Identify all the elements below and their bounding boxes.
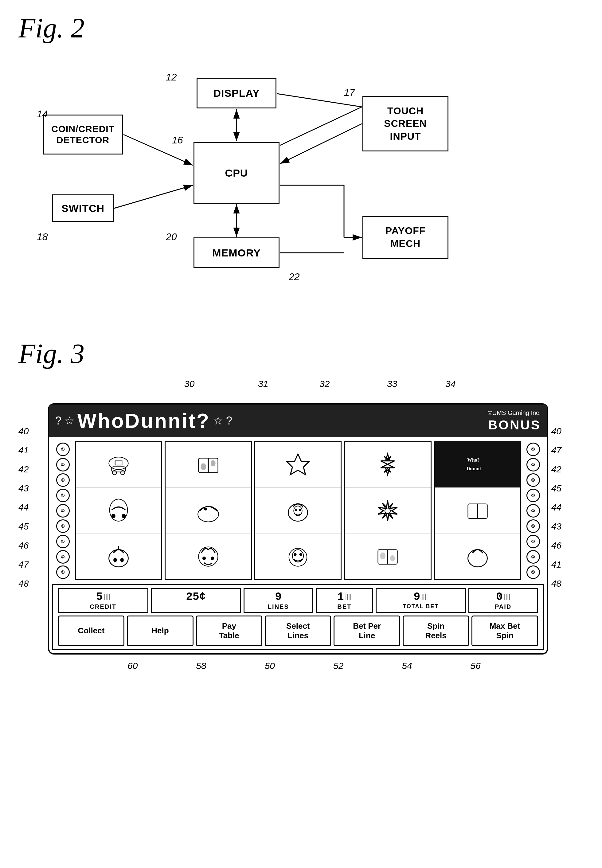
- reel-5-row1: Who?Dunnit: [435, 442, 520, 488]
- svg-point-33: [203, 556, 206, 560]
- right-btn-8[interactable]: ①: [527, 550, 540, 564]
- ref3-45l: 45: [18, 521, 48, 532]
- ref3-54: 54: [402, 661, 412, 671]
- svg-point-34: [211, 556, 214, 560]
- fig3-section: Fig. 3 30 31 32 33 34 40 41 42 43 44 45 …: [18, 338, 584, 671]
- total-bet-value: 9: [413, 591, 420, 603]
- bet-per-line-button[interactable]: Bet PerLine: [333, 616, 400, 646]
- ref-20: 20: [166, 231, 177, 243]
- collect-button[interactable]: Collect: [58, 616, 124, 646]
- right-btn-4[interactable]: ①: [527, 489, 540, 502]
- ref-12: 12: [166, 72, 177, 83]
- reel-5-row3: [435, 534, 520, 579]
- left-btn-4[interactable]: ①: [56, 489, 70, 502]
- slot-machine: ? ☆ WhoDunnit? ☆ ? ©UMS Gaming Inc. BONU…: [48, 403, 548, 654]
- credit-value: 5: [96, 591, 103, 603]
- reel-3-row1: [255, 442, 341, 488]
- spin-reels-button[interactable]: SpinReels: [403, 616, 469, 646]
- reel-1: [75, 441, 162, 580]
- right-btn-5[interactable]: ①: [527, 504, 540, 518]
- reel-2-row2: [166, 488, 251, 534]
- reel-4-row2: [345, 488, 430, 534]
- denom-value: 25¢: [155, 591, 237, 603]
- reels-container: Who?Dunnit: [74, 440, 522, 581]
- ref3-44r: 44: [551, 502, 584, 513]
- fig2-diagram: DISPLAY CPU MEMORY COIN/CREDITDETECTOR S…: [18, 53, 571, 330]
- right-side-buttons: ① ① ① ① ① ① ① ① ①: [522, 440, 544, 581]
- button-row: Collect Help PayTable SelectLines Bet Pe…: [58, 616, 538, 646]
- ref3-52: 52: [333, 661, 343, 671]
- svg-point-47: [390, 555, 395, 561]
- svg-point-15: [112, 470, 117, 475]
- svg-point-22: [113, 558, 117, 563]
- bet-value: 1: [337, 591, 344, 603]
- svg-point-43: [385, 508, 390, 513]
- right-btn-7[interactable]: ①: [527, 535, 540, 548]
- reel-2-row3: [166, 534, 251, 579]
- svg-text:Dunnit: Dunnit: [467, 466, 481, 471]
- lines-label: LINES: [247, 603, 309, 610]
- svg-point-36: [294, 506, 302, 516]
- slot-copyright: ©UMS Gaming Inc.: [488, 409, 541, 416]
- payoff-box: PAYOFFMECH: [362, 216, 448, 259]
- bottom-panel: 5 |||| CREDIT 25¢ 9 LINES: [52, 584, 544, 650]
- memory-box: MEMORY: [194, 237, 280, 268]
- right-btn-6[interactable]: ①: [527, 519, 540, 533]
- svg-point-27: [201, 463, 206, 470]
- ref3-46l: 46: [18, 540, 48, 551]
- ref3-33: 33: [387, 379, 397, 389]
- reel-3-row3: [255, 534, 341, 579]
- denom-display: 25¢: [151, 588, 241, 613]
- paid-value: 0: [496, 591, 503, 603]
- svg-point-37: [295, 509, 297, 511]
- credit-label: CREDIT: [62, 603, 144, 610]
- ref3-43r: 43: [551, 521, 584, 532]
- touch-box: TOUCHSCREENINPUT: [362, 96, 448, 151]
- ref3-45r: 45: [551, 483, 584, 493]
- right-btn-9[interactable]: ①: [527, 565, 540, 579]
- select-lines-button[interactable]: SelectLines: [265, 616, 331, 646]
- left-btn-3[interactable]: ①: [56, 473, 70, 487]
- reel-1-row1: [76, 442, 161, 488]
- right-btn-2[interactable]: ①: [527, 458, 540, 472]
- ref-16: 16: [172, 135, 183, 146]
- left-btn-6[interactable]: ①: [56, 519, 70, 533]
- svg-point-19: [111, 514, 115, 518]
- left-btn-9[interactable]: ①: [56, 565, 70, 579]
- pay-table-button[interactable]: PayTable: [196, 616, 262, 646]
- fig3-title: Fig. 3: [18, 338, 584, 370]
- ref3-47l: 47: [18, 559, 48, 570]
- left-btn-1[interactable]: ①: [56, 442, 70, 456]
- left-btn-8[interactable]: ①: [56, 550, 70, 564]
- reel-1-row3: [76, 534, 161, 579]
- lines-display: 9 LINES: [244, 588, 313, 613]
- svg-text:Who?: Who?: [467, 457, 479, 462]
- ref3-40r: 40: [551, 426, 584, 436]
- total-bet-display: 9 |||| TOTAL BET: [376, 588, 466, 613]
- svg-line-6: [280, 124, 362, 164]
- ref3-60: 60: [127, 661, 138, 671]
- fig2-section: Fig. 2: [18, 12, 584, 335]
- display-box: DISPLAY: [197, 78, 276, 108]
- left-btn-5[interactable]: ①: [56, 504, 70, 518]
- reel-4: [344, 441, 431, 580]
- ref-14: 14: [37, 108, 48, 120]
- cpu-box: CPU: [194, 142, 280, 204]
- svg-point-16: [121, 470, 125, 475]
- right-btn-3[interactable]: ①: [527, 473, 540, 487]
- left-btn-7[interactable]: ①: [56, 535, 70, 548]
- svg-point-42: [299, 553, 302, 556]
- lines-value: 9: [247, 591, 309, 603]
- left-btn-2[interactable]: ①: [56, 458, 70, 472]
- ref3-43l: 43: [18, 483, 48, 493]
- slot-banner: ? ☆ WhoDunnit? ☆ ? ©UMS Gaming Inc. BONU…: [49, 404, 547, 437]
- reel-4-row1: [345, 442, 430, 488]
- reel-3-row2: [255, 488, 341, 534]
- right-btn-1[interactable]: ①: [527, 442, 540, 456]
- paid-label: PAID: [472, 603, 534, 610]
- reel-2-row1: [166, 442, 251, 488]
- ref3-32: 32: [319, 379, 330, 389]
- max-bet-spin-button[interactable]: Max BetSpin: [471, 616, 538, 646]
- help-button[interactable]: Help: [127, 616, 193, 646]
- reel-3: [254, 441, 341, 580]
